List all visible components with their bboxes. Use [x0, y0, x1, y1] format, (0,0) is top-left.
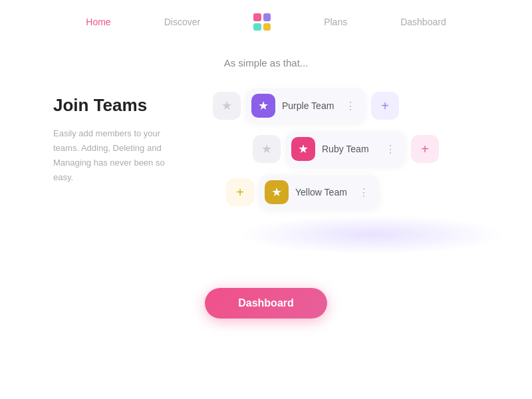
logo-dot-3: [253, 23, 261, 31]
ruby-team-dots[interactable]: ⋮: [385, 143, 396, 156]
ruby-add-button[interactable]: +: [411, 135, 439, 163]
star-icon-ruby: ★: [298, 142, 309, 156]
yellow-team-dots[interactable]: ⋮: [358, 186, 370, 199]
nav-home[interactable]: Home: [86, 17, 110, 27]
yellow-team-name: Yellow Team: [295, 187, 352, 198]
yellow-team-card: ★ Yellow Team ⋮: [259, 175, 379, 209]
join-teams-description: Easily add members to your teams. Adding…: [53, 126, 186, 185]
purple-team-icon: ★: [251, 94, 275, 118]
star-icon: ★: [258, 98, 269, 113]
purple-avatar-ghost: ★: [213, 92, 241, 120]
yellow-team-row: + ★ Yellow Team ⋮: [226, 175, 379, 209]
dashboard-section: Dashboard: [0, 288, 532, 319]
nav-dashboard[interactable]: Dashboard: [400, 17, 446, 27]
join-teams-heading: Join Teams: [53, 95, 186, 116]
navbar: Home Discover Plans Dashboard: [0, 0, 532, 37]
teams-area: ★ ★ Purple Team ⋮ + ★ ★ Ruby Team ⋮: [213, 88, 492, 261]
ruby-team-row: ★ ★ Ruby Team ⋮ +: [253, 132, 439, 166]
tagline: As simple as that...: [0, 57, 532, 68]
person-icon: ★: [221, 98, 232, 113]
ruby-team-name: Ruby Team: [322, 144, 378, 154]
star-icon-yellow: ★: [271, 185, 282, 200]
main-content: Join Teams Easily add members to your te…: [0, 82, 532, 261]
left-section: Join Teams Easily add members to your te…: [53, 88, 186, 185]
person-icon-ruby: ★: [261, 142, 272, 156]
purple-team-dots[interactable]: ⋮: [345, 100, 356, 112]
yellow-add-button-left[interactable]: +: [226, 178, 254, 206]
logo-dot-2: [263, 13, 271, 21]
purple-team-card: ★ Purple Team ⋮: [246, 88, 366, 123]
logo-dot-4: [263, 23, 271, 31]
ruby-team-icon: ★: [291, 137, 315, 161]
ruby-team-card: ★ Ruby Team ⋮: [286, 132, 406, 166]
purple-team-name: Purple Team: [282, 100, 338, 111]
purple-team-row: ★ ★ Purple Team ⋮ +: [213, 88, 399, 123]
nav-plans[interactable]: Plans: [324, 17, 347, 27]
yellow-team-icon: ★: [265, 180, 289, 204]
nav-discover[interactable]: Discover: [164, 17, 200, 27]
ruby-avatar-ghost: ★: [253, 135, 281, 163]
logo: [253, 13, 271, 31]
dashboard-button[interactable]: Dashboard: [205, 288, 327, 319]
logo-dot-1: [253, 13, 261, 21]
purple-add-button[interactable]: +: [371, 92, 399, 120]
